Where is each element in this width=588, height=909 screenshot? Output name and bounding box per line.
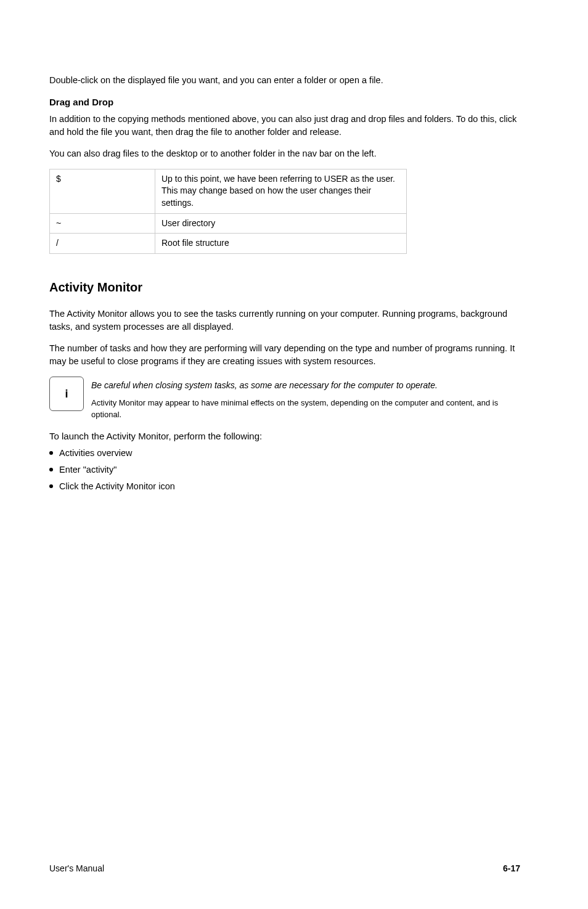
info-icon: i <box>49 377 84 411</box>
am-paragraph-2: The number of tasks and how they are per… <box>49 342 520 368</box>
document-page: Double-click on the displayed file you w… <box>0 0 588 909</box>
table-row: / Root file structure <box>50 234 407 254</box>
symbol-cell: / <box>50 234 155 254</box>
note-footnote: Activity Monitor may appear to have mini… <box>91 395 520 421</box>
list-item-text: Activities overview <box>59 447 132 460</box>
symbol-cell: ~ <box>50 213 155 234</box>
definition-cell: Root file structure <box>155 234 407 254</box>
list-item: Activities overview <box>49 447 520 460</box>
list-item-text: Enter "activity" <box>59 463 116 476</box>
table-row: $ Up to this point, we have been referri… <box>50 169 407 213</box>
list-item: Enter "activity" <box>49 463 520 476</box>
bullet-icon <box>49 484 53 488</box>
note-block: i Be careful when closing system tasks, … <box>49 377 520 421</box>
bullet-icon <box>49 451 53 455</box>
symbol-cell: $ <box>50 169 155 213</box>
dnd-heading: Drag and Drop <box>49 96 520 109</box>
dnd-paragraph-2: You can also drag files to the desktop o… <box>49 147 520 160</box>
list-item: Click the Activity Monitor icon <box>49 480 520 493</box>
launch-steps-list: Activities overview Enter "activity" Cli… <box>49 447 520 493</box>
symbol-table: $ Up to this point, we have been referri… <box>49 169 407 254</box>
am-paragraph-1: The Activity Monitor allows you to see t… <box>49 308 520 333</box>
launch-heading: To launch the Activity Monitor, perform … <box>49 430 520 443</box>
definition-cell: Up to this point, we have been referring… <box>155 169 407 213</box>
list-item-text: Click the Activity Monitor icon <box>59 480 175 493</box>
footer-left: User's Manual <box>49 862 104 874</box>
page-number: 6-17 <box>503 862 520 874</box>
table-row: ~ User directory <box>50 213 407 234</box>
dnd-paragraph-1: In addition to the copying methods menti… <box>49 113 520 139</box>
note-text: Be careful when closing system tasks, as… <box>91 377 520 391</box>
bullet-icon <box>49 468 53 471</box>
intro-paragraph: Double-click on the displayed file you w… <box>49 74 520 87</box>
section-title: Activity Monitor <box>49 279 520 296</box>
page-footer: User's Manual 6-17 <box>49 862 520 874</box>
definition-cell: User directory <box>155 213 407 234</box>
